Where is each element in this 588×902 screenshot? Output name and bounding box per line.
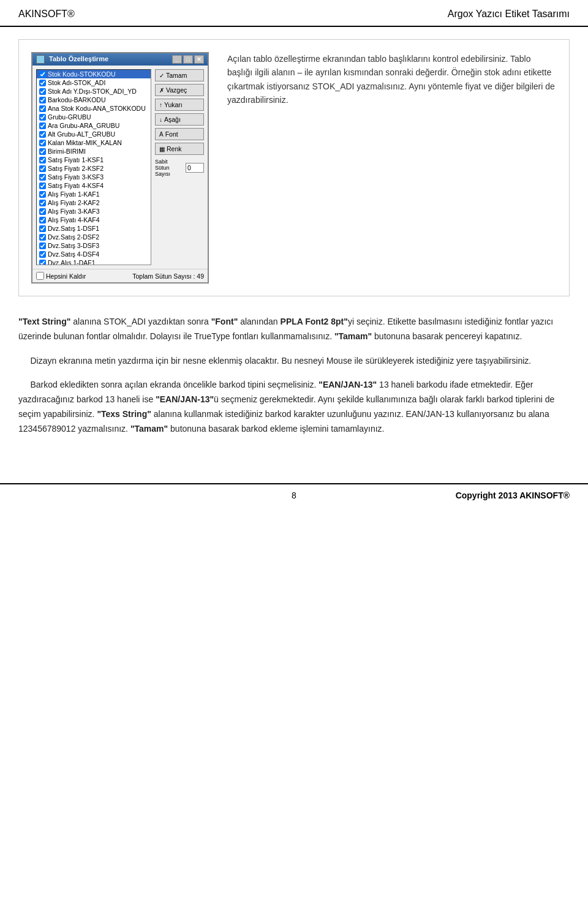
list-item[interactable]: Dvz.Satış 1-DSF1 xyxy=(37,224,151,233)
list-item[interactable]: Ara Grubu-ARA_GRUBU xyxy=(37,121,151,130)
list-item-checkbox[interactable] xyxy=(39,191,46,198)
list-item-checkbox[interactable] xyxy=(39,165,46,172)
list-item[interactable]: Satış Fiyatı 2-KSF2 xyxy=(37,164,151,173)
list-item-checkbox[interactable] xyxy=(39,114,46,121)
footer-total-value: 49 xyxy=(197,272,204,280)
page-header: AKINSOFT® Argox Yazıcı Etiket Tasarımı xyxy=(0,0,588,27)
list-item[interactable]: Stok Adı Y.Dışı-STOK_ADI_YD xyxy=(37,87,151,96)
page-footer: 8 Copyright 2013 AKINSOFT® xyxy=(0,483,588,506)
list-item-label: Alış Fiyatı 3-KAF3 xyxy=(48,208,100,215)
list-item-checkbox[interactable] xyxy=(39,122,46,129)
body-paragraph3: Barkod ekledikten sonra açılan ekranda ö… xyxy=(18,378,570,436)
footer-checkbox-container: Hepsini Kaldır xyxy=(36,272,86,280)
list-item-checkbox[interactable] xyxy=(39,208,46,215)
list-item[interactable]: Kalan Miktar-MIK_KALAN xyxy=(37,138,151,147)
list-item-label: Ara Grubu-ARA_GRUBU xyxy=(48,122,119,129)
maximize-button[interactable]: □ xyxy=(183,55,193,64)
top-section: Tablo Özelleştirme _ □ ✕ Stok Kodu-STOKK… xyxy=(18,39,570,296)
list-item[interactable]: Satış Fiyatı 3-KSF3 xyxy=(37,173,151,181)
list-item[interactable]: Stok Kodu-STOKKODU xyxy=(37,70,151,78)
list-item-label: Alış Fiyatı 1-KAF1 xyxy=(48,190,100,198)
list-item[interactable]: Dvz.Satış 3-DSF3 xyxy=(37,241,151,250)
list-item-label: Grubu-GRUBU xyxy=(48,113,91,121)
list-item-checkbox[interactable] xyxy=(39,80,46,86)
hepsini-kaldir-label: Hepsini Kaldır xyxy=(46,272,86,280)
list-item[interactable]: Satış Fiyatı 4-KSF4 xyxy=(37,181,151,190)
list-item-checkbox[interactable] xyxy=(39,182,46,189)
hepsini-kaldir-checkbox[interactable] xyxy=(36,272,44,280)
dialog-btn-vazge[interactable]: ✗Vazgeç xyxy=(155,84,204,96)
list-item-label: Dvz.Satış 1-DSF1 xyxy=(48,225,99,232)
header-right: Argox Yazıcı Etiket Tasarımı xyxy=(448,9,570,20)
list-item-label: Satış Fiyatı 2-KSF2 xyxy=(48,165,104,172)
list-item-label: Stok Adı-STOK_ADI xyxy=(48,79,105,86)
dialog-window: Tablo Özelleştirme _ □ ✕ Stok Kodu-STOKK… xyxy=(31,52,209,284)
dialog-btn-font[interactable]: AFont xyxy=(155,128,204,140)
list-item[interactable]: Birimi-BIRIMI xyxy=(37,147,151,156)
header-left: AKINSOFT® xyxy=(18,9,75,20)
minimize-button[interactable]: _ xyxy=(172,55,182,64)
btn-icon: ✗ xyxy=(159,87,164,94)
list-container[interactable]: Stok Kodu-STOKKODUStok Adı-STOK_ADIStok … xyxy=(36,69,151,265)
btn-icon: ▦ xyxy=(159,146,165,152)
list-item-checkbox[interactable] xyxy=(39,225,46,232)
list-item-checkbox[interactable] xyxy=(39,260,46,266)
dialog-btn-aa[interactable]: ↓Aşağı xyxy=(155,113,204,126)
list-item-checkbox[interactable] xyxy=(39,157,46,163)
footer-total: Toplam Sütun Sayısı : 49 xyxy=(132,272,204,280)
close-button[interactable]: ✕ xyxy=(194,55,204,64)
list-item-label: Stok Kodu-STOKKODU xyxy=(48,70,116,78)
list-item[interactable]: Alış Fiyatı 4-KAF4 xyxy=(37,216,151,224)
list-item[interactable]: Alış Fiyatı 1-KAF1 xyxy=(37,190,151,198)
sabit-input[interactable] xyxy=(186,163,204,173)
list-item-label: Satış Fiyatı 3-KSF3 xyxy=(48,173,104,181)
list-item[interactable]: Alış Fiyatı 3-KAF3 xyxy=(37,207,151,216)
list-item[interactable]: Dvz.Alış 1-DAF1 xyxy=(37,258,151,265)
list-item-checkbox[interactable] xyxy=(39,140,46,146)
list-item-label: Ana Stok Kodu-ANA_STOKKODU xyxy=(48,105,146,112)
list-item-checkbox[interactable] xyxy=(39,234,46,241)
list-item-checkbox[interactable] xyxy=(39,242,46,249)
list-item[interactable]: Grubu-GRUBU xyxy=(37,113,151,121)
list-item[interactable]: Stok Adı-STOK_ADI xyxy=(37,78,151,87)
list-item-checkbox[interactable] xyxy=(39,251,46,258)
list-item-checkbox[interactable] xyxy=(39,71,46,78)
dialog-body: Stok Kodu-STOKKODUStok Adı-STOK_ADIStok … xyxy=(32,66,208,269)
list-item[interactable]: Dvz.Satış 2-DSF2 xyxy=(37,233,151,241)
footer-copyright: Copyright 2013 AKINSOFT® xyxy=(456,490,570,500)
body-paragraph2: Dizayn ekranına metin yazdırma için bir … xyxy=(18,354,570,369)
list-item[interactable]: Satış Fiyatı 1-KSF1 xyxy=(37,156,151,164)
list-item-checkbox[interactable] xyxy=(39,174,46,181)
list-item[interactable]: Ana Stok Kodu-ANA_STOKKODU xyxy=(37,104,151,113)
list-item[interactable]: Dvz.Satış 4-DSF4 xyxy=(37,250,151,258)
list-item-checkbox[interactable] xyxy=(39,148,46,155)
btn-label: Aşağı xyxy=(164,116,181,123)
btn-label: Yukarı xyxy=(164,101,183,108)
page-number: 8 xyxy=(292,490,296,500)
page-content: Tablo Özelleştirme _ □ ✕ Stok Kodu-STOKK… xyxy=(0,27,588,459)
list-item-checkbox[interactable] xyxy=(39,105,46,112)
dialog-btn-yukar[interactable]: ↑Yukarı xyxy=(155,99,204,111)
list-item-label: Barkodu-BARKODU xyxy=(48,96,106,103)
dialog-btn-tamam[interactable]: ✓Tamam xyxy=(155,69,204,81)
titlebar-controls: _ □ ✕ xyxy=(172,55,204,64)
list-item-checkbox[interactable] xyxy=(39,217,46,224)
list-item[interactable]: Alt Grubu-ALT_GRUBU xyxy=(37,130,151,138)
dialog-title: Tablo Özelleştirme xyxy=(49,55,108,62)
list-item-checkbox[interactable] xyxy=(39,97,46,103)
btn-label: Renk xyxy=(167,145,182,152)
btn-icon: ↑ xyxy=(159,102,162,108)
btn-icon: ✓ xyxy=(159,72,164,79)
list-item-checkbox[interactable] xyxy=(39,131,46,138)
list-item-checkbox[interactable] xyxy=(39,88,46,95)
dialog-btn-renk[interactable]: ▦Renk xyxy=(155,143,204,155)
list-item-label: Alış Fiyatı 2-KAF2 xyxy=(48,199,100,206)
btn-label: Vazgeç xyxy=(166,86,187,94)
list-item-checkbox[interactable] xyxy=(39,200,46,206)
list-item[interactable]: Alış Fiyatı 2-KAF2 xyxy=(37,198,151,207)
list-item-label: Birimi-BIRIMI xyxy=(48,148,86,155)
list-item[interactable]: Barkodu-BARKODU xyxy=(37,96,151,104)
sabit-row: Sabit Sütun Sayısı xyxy=(155,159,204,177)
btn-icon: A xyxy=(159,131,164,138)
list-item-label: Alış Fiyatı 4-KAF4 xyxy=(48,216,100,224)
